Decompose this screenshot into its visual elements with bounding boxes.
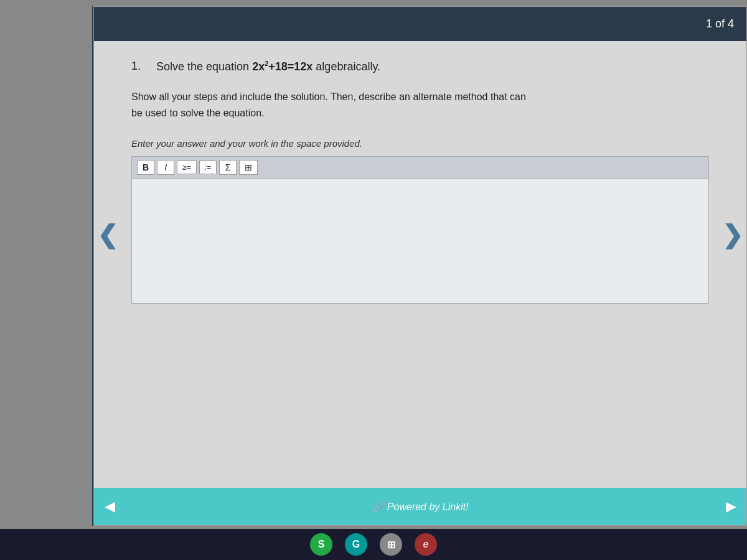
link-icon: 🔗	[372, 502, 384, 512]
powered-by-text: 🔗 Powered by Linkit!	[372, 501, 468, 513]
taskbar-e-icon[interactable]: e	[415, 533, 437, 556]
side-nav-right-chevron[interactable]: ❯	[719, 214, 746, 255]
bottom-bar: ◀ 🔗 Powered by Linkit! ▶	[94, 488, 746, 525]
taskbar: S G ⊞ e	[0, 529, 747, 560]
table-button[interactable]: ⊞	[239, 160, 258, 175]
answer-prompt: Enter your answer and your work in the s…	[131, 138, 709, 149]
question-text-prefix: Solve the equation	[156, 60, 252, 73]
prev-page-button[interactable]: ◀	[94, 488, 125, 525]
screen: 1 of 4 ❮ ❯ 1. Solve the equation 2x2+18=…	[0, 0, 747, 560]
content-area: ❮ ❯ 1. Solve the equation 2x2+18=12x alg…	[94, 41, 746, 525]
instruction-line1: Show all your steps and include the solu…	[131, 91, 526, 102]
question-header: 1. Solve the equation 2x2+18=12x algebra…	[131, 60, 709, 73]
prev-arrow-icon: ◀	[105, 498, 115, 515]
app-window: 1 of 4 ❮ ❯ 1. Solve the equation 2x2+18=…	[93, 6, 747, 526]
instruction-block: Show all your steps and include the solu…	[131, 89, 709, 121]
editor-container: B I ≥= := Σ ⊞	[131, 156, 709, 304]
taskbar-s-icon[interactable]: S	[310, 533, 332, 556]
next-page-button[interactable]: ▶	[715, 488, 746, 525]
taskbar-g-icon[interactable]: G	[345, 533, 367, 556]
ordered-list-button[interactable]: ≥=	[177, 161, 197, 174]
next-arrow-icon: ▶	[726, 498, 736, 515]
sigma-button[interactable]: Σ	[219, 160, 237, 175]
italic-button[interactable]: I	[157, 160, 174, 175]
page-counter: 1 of 4	[706, 17, 734, 30]
equation-main: 2x2+18=12x	[252, 60, 312, 73]
question-number: 1.	[131, 60, 150, 73]
top-bar: 1 of 4	[94, 7, 746, 41]
question-text: Solve the equation 2x2+18=12x algebraica…	[156, 60, 380, 73]
editor-toolbar: B I ≥= := Σ ⊞	[132, 157, 708, 179]
instruction-line2: be used to solve the equation.	[131, 108, 265, 118]
unordered-list-button[interactable]: :=	[199, 161, 217, 174]
side-nav-left-chevron[interactable]: ❮	[94, 214, 121, 255]
answer-text-area[interactable]	[132, 179, 708, 303]
bold-button[interactable]: B	[137, 160, 154, 175]
question-text-suffix: algebraically.	[312, 60, 380, 73]
taskbar-grid-icon[interactable]: ⊞	[380, 533, 402, 556]
